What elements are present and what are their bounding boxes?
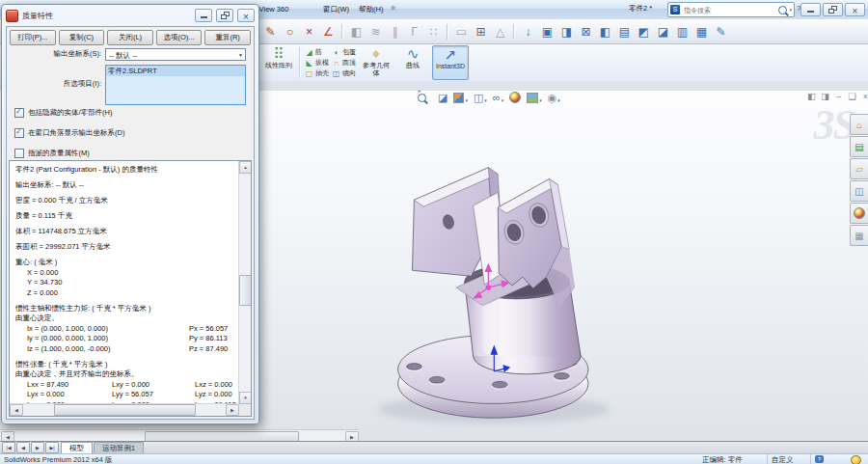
taskpane-file-explorer-tab[interactable]: ▱ bbox=[850, 158, 868, 179]
dialog-minimize-button[interactable] bbox=[195, 9, 212, 22]
assigned-mass-checkbox[interactable]: 指派的质量属性(M) bbox=[14, 149, 90, 158]
search-icon[interactable] bbox=[778, 6, 787, 14]
taskpane-resources-tab[interactable]: ⌂ bbox=[850, 114, 868, 135]
curves-button[interactable]: ∿曲线 bbox=[396, 45, 429, 80]
taskpane-view-palette-tab[interactable]: ◫ bbox=[850, 180, 868, 202]
offset-entities-icon[interactable]: ≋ bbox=[367, 23, 384, 41]
bill-of-materials-icon[interactable]: ▦ bbox=[693, 23, 710, 41]
dropdown-icon[interactable] bbox=[557, 89, 560, 106]
draft-analysis-icon[interactable]: △ bbox=[492, 23, 508, 41]
output-cs-dropdown[interactable]: -- 默认 -- bbox=[105, 48, 246, 61]
recalculate-button[interactable]: 重算(R) bbox=[204, 30, 251, 45]
menu-help[interactable]: 帮助(H) bbox=[356, 4, 386, 15]
dropdown-icon[interactable] bbox=[502, 89, 504, 106]
assembly-features-icon[interactable]: ▥ bbox=[674, 23, 691, 41]
selected-item[interactable]: 零件2.SLDPRT bbox=[106, 66, 245, 76]
edit-component-icon[interactable]: ✎ bbox=[713, 23, 729, 41]
selected-items-listbox[interactable]: 零件2.SLDPRT bbox=[105, 65, 246, 105]
component-pattern-icon[interactable]: ▤ bbox=[616, 23, 633, 41]
checkbox-icon[interactable] bbox=[14, 108, 24, 118]
close-button[interactable]: 关闭(L) bbox=[107, 30, 153, 45]
rotate-component-icon[interactable]: ⊠ bbox=[578, 23, 594, 41]
tab-nav-button[interactable]: ▶| bbox=[45, 442, 59, 453]
smart-dimension-icon[interactable]: ∠ bbox=[320, 23, 337, 41]
customize-menu[interactable]: 自定义 bbox=[772, 455, 794, 464]
wrap-button[interactable]: ◖包覆 bbox=[332, 47, 356, 57]
report-horizontal-scrollbar[interactable]: ◀ ▶ bbox=[10, 403, 239, 416]
search-dropdown-icon[interactable]: ▾ bbox=[789, 7, 792, 13]
apply-scene-icon[interactable] bbox=[526, 89, 543, 106]
instant3d-button[interactable]: ↗Instant3D bbox=[432, 45, 469, 80]
linear-pattern-button[interactable]: ⠿线性阵列 bbox=[262, 45, 295, 80]
window-restore-button[interactable] bbox=[823, 3, 843, 16]
dialog-close-button[interactable] bbox=[237, 9, 255, 22]
plane-tool-icon[interactable]: ▭ bbox=[453, 23, 470, 41]
scrollbar-thumb[interactable] bbox=[239, 275, 252, 306]
shell-button[interactable]: ▢抽壳 bbox=[305, 68, 329, 78]
search-logo-icon: S bbox=[670, 5, 680, 14]
print-button[interactable]: 打印(P)... bbox=[10, 30, 56, 45]
pane-toggle-right-icon[interactable]: ◨ bbox=[820, 91, 830, 101]
grid-system-icon[interactable]: ⊞ bbox=[473, 23, 489, 41]
parallel-relation-icon[interactable]: ∥ bbox=[387, 23, 403, 41]
report-vertical-scrollbar[interactable]: ▲ ▼ bbox=[238, 161, 251, 404]
move-component-icon[interactable]: ◨ bbox=[558, 23, 575, 41]
copy-button[interactable]: 复制(C) bbox=[59, 30, 105, 45]
dropdown-icon[interactable] bbox=[465, 89, 468, 106]
include-hidden-checkbox[interactable]: 包括隐藏的实体/零部件(H) bbox=[14, 108, 113, 118]
pane-toggle-left-icon[interactable]: ◧ bbox=[806, 91, 817, 101]
mirror-entities-icon[interactable]: ◧ bbox=[348, 23, 365, 41]
doc-restore-icon[interactable]: ❑ bbox=[847, 91, 857, 101]
window-close-button[interactable] bbox=[845, 3, 865, 16]
draft-button[interactable]: ◣拔模 bbox=[305, 58, 329, 68]
report-line: Lxx = 87.490Lxy = 0.000Lxz = 0.000 bbox=[15, 380, 235, 391]
scrollbar-thumb[interactable] bbox=[54, 404, 196, 416]
sketch-pattern-icon[interactable]: ∷ bbox=[425, 23, 442, 41]
report-line: Z = 0.000 bbox=[15, 288, 235, 299]
exploded-view-icon[interactable]: ◪ bbox=[655, 23, 671, 41]
options-button[interactable]: 选项(O)... bbox=[156, 30, 203, 45]
report-line: 惯性张量: ( 千克 * 平方毫米 ) bbox=[15, 360, 235, 370]
dome-button[interactable]: ∩圆顶 bbox=[332, 58, 356, 68]
zoom-area-icon[interactable] bbox=[431, 89, 433, 106]
menu-window[interactable]: 窗口(W) bbox=[320, 4, 352, 15]
tab-nav-button[interactable]: |◀ bbox=[2, 442, 15, 453]
corner-rectangle-icon[interactable]: Γ bbox=[406, 23, 422, 41]
section-view-icon[interactable]: ◪ bbox=[437, 89, 448, 106]
window-minimize-button[interactable] bbox=[800, 3, 821, 16]
trim-entities-icon[interactable]: × bbox=[301, 23, 317, 41]
anchor-tool-icon[interactable]: ↓ bbox=[520, 23, 536, 41]
checkbox-icon[interactable] bbox=[14, 149, 24, 158]
task-pane-tabs: ⌂▤▱◫▦ bbox=[850, 114, 868, 247]
taskpane-custom-properties-tab[interactable]: ▦ bbox=[850, 225, 868, 246]
search-input[interactable] bbox=[682, 6, 776, 14]
rib-button[interactable]: ◢筋 bbox=[305, 47, 329, 57]
quick-tip-icon[interactable] bbox=[851, 455, 861, 464]
hide-show-items-icon[interactable]: ∞ bbox=[492, 89, 504, 106]
insert-component-icon[interactable]: ▣ bbox=[539, 23, 556, 41]
reference-geometry-button[interactable]: ⌖参考几何体 bbox=[359, 45, 393, 80]
edit-appearance-icon[interactable] bbox=[508, 89, 522, 106]
tab-nav-button[interactable]: ◀ bbox=[16, 442, 30, 453]
circle-tool-icon[interactable]: ○ bbox=[282, 23, 298, 41]
taskpane-appearances-tab[interactable] bbox=[850, 203, 868, 224]
tab-nav-button[interactable]: ▶ bbox=[31, 442, 44, 453]
smart-fasteners-icon[interactable]: ◩ bbox=[636, 23, 652, 41]
mate-icon[interactable]: ◧ bbox=[597, 23, 613, 41]
status-help-icon[interactable]: ? bbox=[815, 455, 824, 463]
sketch-pencil-icon[interactable]: ✎ bbox=[262, 23, 279, 41]
model-3d[interactable] bbox=[372, 149, 658, 434]
show-output-cs-checkbox[interactable]: 在窗口角落显示输出坐标系(D) bbox=[14, 128, 124, 138]
dropdown-icon[interactable] bbox=[539, 89, 542, 106]
dialog-maximize-button[interactable] bbox=[216, 9, 233, 22]
dropdown-icon[interactable] bbox=[484, 89, 487, 106]
view-settings-icon[interactable]: ◉ bbox=[547, 89, 561, 106]
taskpane-design-library-tab[interactable]: ▤ bbox=[850, 136, 868, 157]
doc-minimize-icon[interactable]: – bbox=[833, 91, 844, 101]
view-orientation-icon[interactable] bbox=[452, 89, 469, 106]
command-search-box[interactable]: S ▾ bbox=[667, 2, 795, 17]
checkbox-icon[interactable] bbox=[14, 128, 24, 138]
mirror-button[interactable]: ◫镜向 bbox=[332, 68, 356, 78]
doc-close-icon[interactable]: × bbox=[860, 91, 868, 101]
display-style-icon[interactable]: ◫ bbox=[473, 89, 488, 106]
